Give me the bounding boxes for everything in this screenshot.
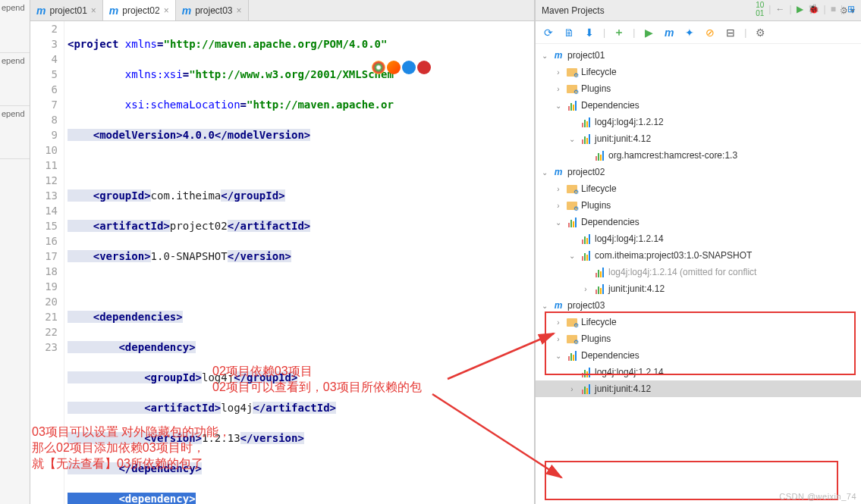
add-icon[interactable]: ＋: [612, 26, 626, 39]
tree-dependencies[interactable]: ⌄Dependencies: [536, 347, 861, 364]
refresh-icon[interactable]: ⟳: [542, 26, 555, 39]
tab-label: project01: [49, 5, 86, 16]
maven-panel: Maven Projects ⚙ ▾ ⟳ 🗎 ⬇ | ＋ | ▶ m ✦ ⊘ ⊟…: [535, 0, 861, 504]
tree-dependencies[interactable]: ⌄Dependencies: [536, 214, 861, 230]
debug-icon[interactable]: 🐞: [808, 4, 819, 14]
stop-icon[interactable]: ■: [831, 4, 836, 14]
run-icon[interactable]: ▶: [797, 4, 803, 14]
tree-dep-item[interactable]: ⌄junit:junit:4.12: [536, 130, 861, 147]
toggle-icon[interactable]: ✦: [683, 26, 696, 39]
maven-tree[interactable]: ⌄mproject01 ›Lifecycle ›Plugins ⌄Depende…: [536, 44, 861, 504]
m-icon[interactable]: m: [662, 26, 676, 39]
tab-project01[interactable]: m project01 ×: [30, 0, 103, 20]
tree-project03[interactable]: ⌄mproject03: [536, 297, 861, 314]
generate-icon[interactable]: 🗎: [562, 26, 576, 39]
tree-dep-item[interactable]: org.hamcrest:hamcrest-core:1.3: [536, 147, 861, 164]
tree-dep-item[interactable]: log4j:log4j:1.2.14: [536, 364, 861, 380]
tab-label: project02: [122, 5, 159, 16]
maven-icon: m: [36, 5, 46, 17]
tree-dep-project03[interactable]: ⌄com.itheima:project03:1.0-SNAPSHOT: [536, 247, 861, 264]
maven-icon: m: [109, 5, 118, 17]
download-icon[interactable]: ⬇: [583, 26, 596, 39]
back-icon[interactable]: ←: [775, 4, 784, 14]
tree-dependencies[interactable]: ⌄Dependencies: [536, 97, 861, 114]
panel-title: Maven Projects: [542, 5, 605, 16]
tree-plugins[interactable]: ›Plugins: [536, 197, 861, 214]
grid-icon[interactable]: ⊞: [847, 4, 855, 14]
left-sidebar: epend epend epend: [0, 0, 30, 504]
tree-lifecycle[interactable]: ›Lifecycle: [536, 64, 861, 80]
run-icon[interactable]: ▶: [642, 26, 655, 39]
tree-lifecycle[interactable]: ›Lifecycle: [536, 180, 861, 197]
strip-label: epend: [0, 106, 30, 159]
close-icon[interactable]: ×: [164, 5, 169, 16]
tree-lifecycle[interactable]: ›Lifecycle: [536, 314, 861, 330]
binary-icon[interactable]: 1001: [756, 1, 764, 17]
close-icon[interactable]: ×: [91, 5, 96, 16]
tree-project02[interactable]: ⌄mproject02: [536, 164, 861, 180]
tree-plugins[interactable]: ›Plugins: [536, 330, 861, 347]
annotation: 02项目依赖03项目 02项目可以查看到，03项目所依赖的包: [212, 364, 422, 396]
maven-toolbar: ⟳ 🗎 ⬇ | ＋ | ▶ m ✦ ⊘ ⊟ | ⚙: [536, 21, 861, 44]
editor-tabs: m project01 × m project02 × m project03 …: [30, 0, 534, 21]
tree-project01[interactable]: ⌄mproject01: [536, 47, 861, 64]
tree-plugins[interactable]: ›Plugins: [536, 80, 861, 97]
tab-project03[interactable]: m project03 ×: [176, 0, 249, 20]
top-toolbar: 1001 | ← | ▶ 🐞 | ■ | ⊞: [756, 0, 861, 18]
strip-label: epend: [0, 53, 30, 106]
close-icon[interactable]: ×: [237, 5, 242, 16]
watermark: CSDN @weixin_74: [779, 492, 856, 501]
browser-icons-overlay: [372, 61, 431, 74]
tab-project02[interactable]: m project02 ×: [103, 0, 176, 20]
annotation: 03项目可以设置 对外隐藏包的功能， 那么02项目添加依赖03项目时， 就【无法…: [32, 424, 231, 472]
strip-label: epend: [0, 0, 30, 53]
tree-dep-item[interactable]: ›junit:junit:4.12: [536, 380, 861, 397]
offline-icon[interactable]: ⊘: [703, 26, 717, 39]
maven-icon: m: [182, 5, 191, 17]
tab-label: project03: [195, 5, 232, 16]
tree-dep-omitted[interactable]: log4j:log4j:1.2.14 (omitted for conflict: [536, 264, 861, 280]
collapse-icon[interactable]: ⊟: [724, 26, 737, 39]
tree-dep-item[interactable]: ›junit:junit:4.12: [536, 280, 861, 297]
tree-dep-item[interactable]: log4j:log4j:1.2.14: [536, 230, 861, 247]
settings-icon[interactable]: ⚙: [753, 26, 767, 39]
tree-dep-item[interactable]: log4j:log4j:1.2.12: [536, 114, 861, 130]
